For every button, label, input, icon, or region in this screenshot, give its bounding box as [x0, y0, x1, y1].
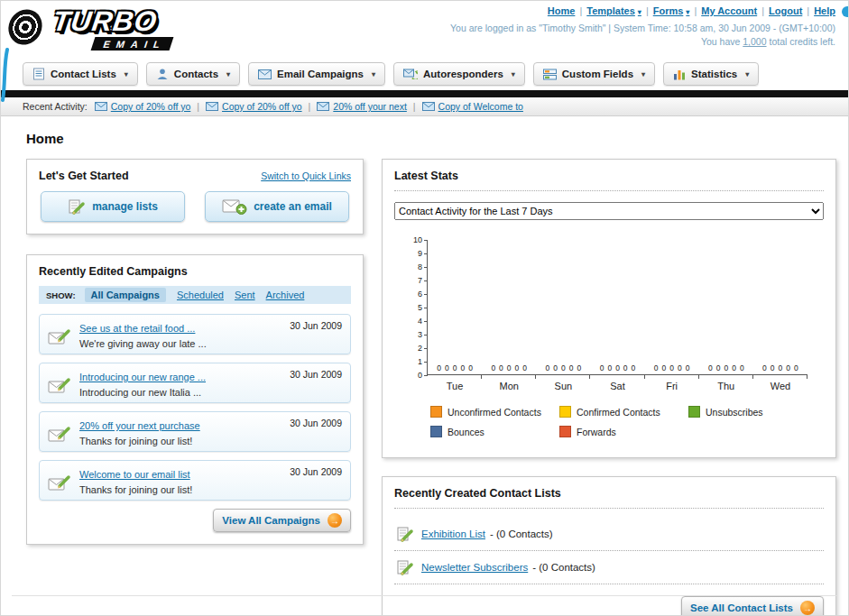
- y-axis-label: 10: [399, 235, 422, 244]
- campaign-title-link[interactable]: 20% off your next purchase: [79, 420, 200, 431]
- recent-activity-link[interactable]: 20% off your next: [333, 101, 407, 112]
- legend-swatch: [559, 406, 571, 418]
- bar-value: 0: [762, 363, 767, 372]
- chart-groups: 00000Tue00000Mon00000Sun00000Sat00000Fri…: [428, 240, 807, 374]
- recent-activity-link[interactable]: Copy of 20% off yo: [111, 101, 191, 112]
- credits-value-link[interactable]: 1,000: [743, 36, 766, 47]
- autoresponders-icon: [403, 69, 418, 79]
- get-started-header: Let's Get Started Switch to Quick Links: [39, 170, 351, 182]
- main-content: Home Let's Get Started Switch to Quick L…: [1, 116, 848, 616]
- bar-value-labels: 00000: [590, 363, 644, 372]
- recent-activity-link[interactable]: Copy of Welcome to: [438, 101, 523, 112]
- nav-tab-contact-lists[interactable]: Contact Lists▾: [23, 62, 138, 86]
- main-nav: Contact Lists▾Contacts▾Email Campaigns▾A…: [1, 59, 848, 90]
- page: TURBO EMAIL Home|Templates▾|Forms▾|My Ac…: [0, 0, 849, 616]
- create-email-button[interactable]: create an email: [205, 191, 349, 222]
- logo-text: TURBO EMAIL: [46, 5, 171, 51]
- legend-swatch: [430, 406, 442, 418]
- filter-tab-scheduled[interactable]: Scheduled: [177, 290, 224, 300]
- chart-group: 00000Mon: [482, 240, 536, 374]
- switch-quick-links-link[interactable]: Switch to Quick Links: [261, 170, 351, 181]
- filter-tab-sent[interactable]: Sent: [235, 290, 255, 300]
- bar-value-labels: 00000: [482, 363, 536, 372]
- latest-stats-panel: Latest Stats Contact Activity for the La…: [382, 159, 836, 458]
- y-axis-label: 4: [399, 317, 422, 326]
- nav-tab-email-campaigns[interactable]: Email Campaigns▾: [248, 62, 385, 86]
- top-link-my-account[interactable]: My Account: [701, 5, 757, 16]
- app-logo[interactable]: TURBO EMAIL: [8, 5, 171, 51]
- top-links: Home|Templates▾|Forms▾|My Account|Logout…: [450, 5, 835, 16]
- envelope-plus-icon: [222, 198, 247, 216]
- activity-separator: |: [197, 101, 199, 112]
- chevron-down-icon: ▾: [125, 70, 128, 78]
- top-link-templates[interactable]: Templates▾: [586, 5, 641, 16]
- x-axis-label: Sat: [590, 381, 644, 391]
- chart-plot: 10987654321000000Tue00000Mon00000Sun0000…: [427, 240, 807, 375]
- legend-item: Forwards: [559, 426, 688, 437]
- nav-tab-contacts[interactable]: Contacts▾: [146, 62, 240, 86]
- campaign-title-link[interactable]: See us at the retail food ...: [79, 323, 195, 334]
- chevron-down-icon: ▾: [512, 70, 515, 78]
- recent-campaigns-panel: Recently Edited Campaigns SHOW: All Camp…: [26, 254, 364, 545]
- recent-activity-bar: Recent Activity: Copy of 20% off yo|Copy…: [1, 97, 848, 116]
- view-all-campaigns-label: View All Campaigns: [222, 515, 320, 526]
- bar-value: 0: [779, 363, 783, 372]
- bar-value: 0: [437, 363, 441, 372]
- dashboard-columns: Let's Get Started Switch to Quick Links …: [26, 159, 820, 616]
- campaign-text: See us at the retail food ...We're givin…: [79, 319, 281, 349]
- legend-item: Bounces: [430, 426, 559, 437]
- x-axis-tick: [481, 375, 482, 379]
- chart-legend: Unconfirmed ContactsConfirmed ContactsUn…: [430, 406, 824, 446]
- campaign-title-link[interactable]: Introducing our new range ...: [79, 372, 206, 382]
- logo-swirl-icon: [6, 5, 44, 48]
- recent-activity-item: Copy of Welcome to: [422, 101, 523, 112]
- bar-value: 0: [771, 363, 775, 372]
- chart-group: 00000Thu: [699, 240, 753, 374]
- create-email-label: create an email: [254, 200, 332, 213]
- y-axis-label: 7: [399, 276, 422, 285]
- bar-value: 0: [732, 363, 736, 372]
- see-all-contact-lists-button[interactable]: See All Contact Lists →: [681, 596, 824, 616]
- x-axis-label: Thu: [699, 381, 753, 391]
- top-link-help[interactable]: Help: [814, 5, 835, 16]
- nav-tab-label: Email Campaigns: [277, 69, 364, 79]
- manage-lists-button[interactable]: manage lists: [41, 191, 185, 222]
- header: TURBO EMAIL Home|Templates▾|Forms▾|My Ac…: [1, 1, 848, 59]
- campaign-row: See us at the retail food ...We're givin…: [39, 314, 351, 354]
- activity-separator: |: [309, 101, 311, 112]
- nav-divider-bar: [1, 90, 848, 97]
- campaign-row: 20% off your next purchaseThanks for joi…: [39, 411, 351, 452]
- contact-list-link[interactable]: Newsletter Subscribers: [421, 562, 528, 573]
- campaign-text: 20% off your next purchaseThanks for joi…: [79, 417, 281, 446]
- contact-list-link[interactable]: Exhibition List: [421, 529, 485, 539]
- bar-value: 0: [632, 363, 636, 372]
- envelope-small-icon: [206, 102, 218, 111]
- top-link-forms[interactable]: Forms▾: [653, 5, 690, 16]
- bar-value: 0: [445, 363, 449, 372]
- stats-range-select[interactable]: Contact Activity for the Last 7 Days: [394, 202, 824, 220]
- top-link-logout[interactable]: Logout: [769, 5, 802, 16]
- bar-value: 0: [708, 363, 713, 372]
- top-link-home[interactable]: Home: [548, 5, 576, 16]
- login-info: You are logged in as "Timothy Smith" | S…: [450, 23, 835, 33]
- bar-value: 0: [669, 363, 674, 372]
- campaign-text: Welcome to our email listThanks for join…: [79, 465, 281, 495]
- bar-value: 0: [600, 363, 604, 372]
- campaign-date: 30 Jun 2009: [290, 465, 342, 495]
- nav-tab-statistics[interactable]: Statistics▾: [663, 62, 759, 86]
- chevron-down-icon: ▾: [638, 8, 641, 16]
- link-separator: |: [807, 5, 809, 16]
- chevron-down-icon: ▾: [372, 70, 375, 78]
- recent-activity-link[interactable]: Copy of 20% off yo: [222, 101, 302, 112]
- edit-campaign-icon: [48, 371, 71, 398]
- nav-tab-label: Statistics: [691, 69, 737, 79]
- filter-tab-all-campaigns[interactable]: All Campaigns: [85, 288, 166, 302]
- nav-tab-custom-fields[interactable]: Custom Fields▾: [533, 62, 655, 86]
- legend-label: Bounces: [448, 427, 484, 437]
- campaign-title-link[interactable]: Welcome to our email list: [79, 469, 190, 480]
- view-all-campaigns-button[interactable]: View All Campaigns →: [213, 509, 351, 532]
- filter-tab-archived[interactable]: Archived: [266, 290, 305, 300]
- edit-campaign-icon: [48, 322, 71, 349]
- y-axis-label: 9: [399, 249, 422, 258]
- nav-tab-autoresponders[interactable]: Autoresponders▾: [393, 62, 525, 86]
